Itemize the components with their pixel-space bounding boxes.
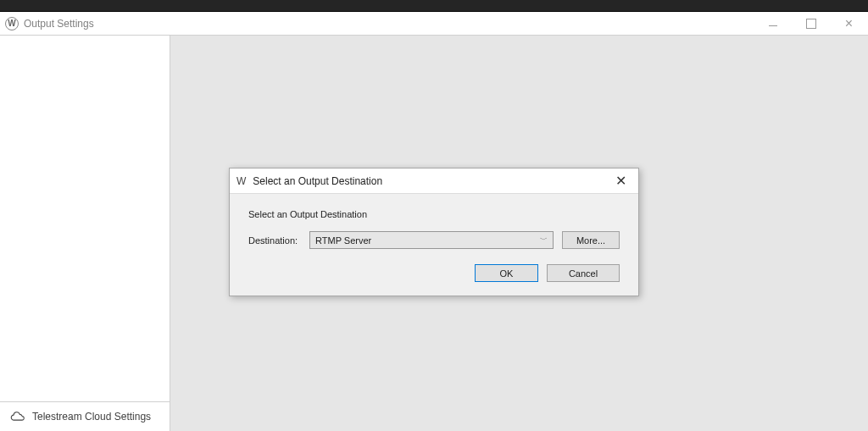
dialog-close-button[interactable]: ✕ [610,173,632,189]
dialog-body: Select an Output Destination Destination… [230,194,638,296]
app-icon: W [236,175,246,187]
sidebar: Telestream Cloud Settings [0,36,170,431]
cancel-button[interactable]: Cancel [547,264,620,282]
ok-button-label: OK [500,268,514,279]
minimize-button[interactable] [754,12,792,35]
close-window-button[interactable]: × [830,12,868,35]
window-title: Output Settings [24,18,754,30]
ok-button[interactable]: OK [475,264,538,282]
dialog-title: Select an Output Destination [253,175,610,187]
destination-row: Destination: RTMP Server ﹀ More... [248,231,620,249]
telestream-cloud-settings-button[interactable]: Telestream Cloud Settings [0,401,170,431]
chevron-down-icon: ﹀ [540,235,548,246]
window-title-bar: W Output Settings × [0,12,868,36]
more-button[interactable]: More... [562,231,620,249]
destination-select-value: RTMP Server [315,235,371,246]
dialog-subtitle: Select an Output Destination [248,209,620,219]
app-top-bar [0,0,868,12]
cancel-button-label: Cancel [569,268,598,279]
dialog-title-bar: W Select an Output Destination ✕ [230,169,638,194]
window-controls: × [754,12,868,35]
more-button-label: More... [576,235,605,246]
select-output-destination-dialog: W Select an Output Destination ✕ Select … [229,168,639,296]
dialog-button-row: OK Cancel [248,264,620,282]
sidebar-body [0,36,170,401]
destination-label: Destination: [248,235,301,246]
cloud-settings-label: Telestream Cloud Settings [32,411,151,423]
cloud-icon [10,412,25,423]
app-icon: W [5,17,19,30]
destination-select[interactable]: RTMP Server ﹀ [309,231,554,249]
maximize-button[interactable] [792,12,830,35]
